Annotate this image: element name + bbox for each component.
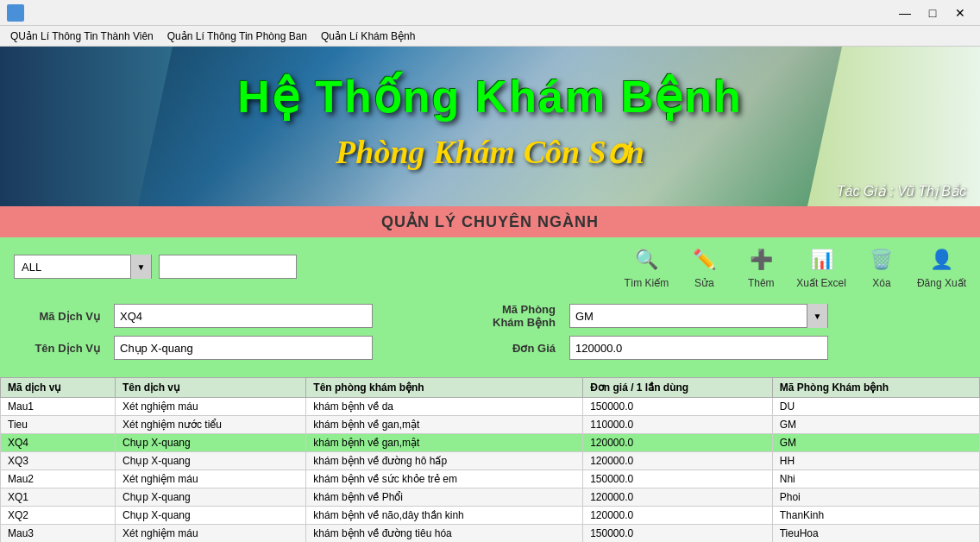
cell-ma: XQ1 bbox=[1, 488, 116, 507]
cell-phong: khám bệnh về đường tiêu hóa bbox=[306, 525, 583, 543]
filter-combo[interactable]: ALL ▼ bbox=[14, 255, 152, 279]
export-excel-label: Xuất Excel bbox=[796, 277, 846, 289]
menu-item-thanh-vien[interactable]: QUản Lí Thông Tin Thành Viên bbox=[3, 28, 160, 44]
minimize-button[interactable]: — bbox=[892, 4, 918, 22]
cell-dongia: 120000.0 bbox=[583, 507, 773, 525]
cell-ten: Chụp X-quang bbox=[116, 434, 306, 452]
delete-button-label: Xóa bbox=[872, 277, 890, 289]
toolbar-row: ALL ▼ 🔍 Tìm Kiếm ✏️ Sửa ➕ Thêm 📊 Xuất Ex… bbox=[0, 237, 980, 296]
cell-maphong: ThanKinh bbox=[772, 507, 979, 525]
logout-button-label: Đăng Xuất bbox=[917, 277, 966, 289]
table-row[interactable]: Mau2 Xét nghiệm máu khám bệnh về sức khỏ… bbox=[1, 470, 980, 488]
don-gia-label: Đơn Giá bbox=[469, 342, 556, 355]
cell-dongia: 110000.0 bbox=[583, 416, 773, 434]
section-header: QUẢN LÝ CHUYÊN NGÀNH bbox=[0, 206, 980, 237]
cell-ten: Xét nghiệm nước tiểu bbox=[116, 416, 306, 434]
export-excel-button[interactable]: 📊 Xuất Excel bbox=[796, 244, 846, 289]
col-header-ma: Mã dịch vụ bbox=[1, 378, 116, 398]
table-header-row: Mã dịch vụ Tên dịch vụ Tên phòng khám bệ… bbox=[1, 378, 980, 398]
close-button[interactable]: ✕ bbox=[947, 4, 973, 22]
search-button-label: Tìm Kiếm bbox=[625, 277, 669, 289]
cell-ma: XQ2 bbox=[1, 507, 116, 525]
cell-ten: Xét nghiệm máu bbox=[116, 398, 306, 416]
banner-author: Tác Giả : Vũ Thị Bắc bbox=[837, 183, 966, 199]
combo-arrow-icon[interactable]: ▼ bbox=[130, 255, 151, 279]
cell-ma: XQ4 bbox=[1, 434, 116, 452]
col-header-maphong: Mã Phòng Khám bệnh bbox=[772, 378, 979, 398]
menu-item-kham-benh[interactable]: Quản Lí Khám Bệnh bbox=[314, 28, 422, 44]
banner: Hệ Thống Khám Bệnh Phòng Khám Côn Sơn Tá… bbox=[0, 47, 980, 206]
cell-maphong: GM bbox=[772, 434, 979, 452]
app-icon bbox=[7, 4, 24, 22]
select-arrow-icon[interactable]: ▼ bbox=[807, 304, 827, 328]
cell-ma: XQ3 bbox=[1, 452, 116, 470]
banner-title-1: Hệ Thống Khám Bệnh bbox=[237, 71, 743, 123]
add-button-label: Thêm bbox=[748, 277, 775, 289]
data-table: Mã dịch vụ Tên dịch vụ Tên phòng khám bệ… bbox=[0, 377, 980, 542]
menu-bar: QUản Lí Thông Tin Thành Viên Quản Lí Thô… bbox=[0, 26, 980, 47]
form-row-2: Tên Dịch Vụ Đơn Giá bbox=[14, 336, 966, 360]
table-row[interactable]: Mau3 Xét nghiệm máu khám bệnh về đường t… bbox=[1, 525, 980, 543]
cell-maphong: Phoi bbox=[772, 488, 979, 507]
table-row[interactable]: Mau1 Xét nghiệm máu khám bệnh về da 1500… bbox=[1, 398, 980, 416]
cell-dongia: 120000.0 bbox=[583, 434, 773, 452]
logout-button[interactable]: 👤 Đăng Xuất bbox=[917, 244, 966, 289]
menu-item-phong-ban[interactable]: Quản Lí Thông Tin Phòng Ban bbox=[160, 28, 314, 44]
cell-ma: Mau2 bbox=[1, 470, 116, 488]
excel-icon: 📊 bbox=[806, 244, 837, 275]
search-icon: 🔍 bbox=[631, 244, 662, 275]
cell-phong: khám bệnh về gan,mật bbox=[306, 416, 583, 434]
ten-dich-vu-label: Tên Dịch Vụ bbox=[14, 342, 100, 355]
ma-phong-kham-benh-select[interactable]: GM ▼ bbox=[569, 304, 828, 328]
cell-ten: Xét nghiệm máu bbox=[116, 525, 306, 543]
maximize-button[interactable]: □ bbox=[920, 4, 945, 22]
form-section: Mã Dịch Vụ Mã Phòng Khám Bệnh GM ▼ Tên D… bbox=[0, 296, 980, 374]
ma-dich-vu-input[interactable] bbox=[114, 304, 373, 328]
logout-icon: 👤 bbox=[926, 244, 957, 275]
cell-maphong: HH bbox=[772, 452, 979, 470]
delete-button[interactable]: 🗑️ Xóa bbox=[860, 244, 903, 289]
data-table-container: Mã dịch vụ Tên dịch vụ Tên phòng khám bệ… bbox=[0, 377, 980, 542]
table-row[interactable]: XQ2 Chụp X-quang khám bệnh về não,dây th… bbox=[1, 507, 980, 525]
delete-icon: 🗑️ bbox=[866, 244, 897, 275]
edit-icon: ✏️ bbox=[688, 244, 719, 275]
table-body: Mau1 Xét nghiệm máu khám bệnh về da 1500… bbox=[1, 398, 980, 543]
combo-value: ALL bbox=[15, 261, 130, 274]
cell-phong: khám bệnh về não,dây thần kinh bbox=[306, 507, 583, 525]
toolbar-buttons: 🔍 Tìm Kiếm ✏️ Sửa ➕ Thêm 📊 Xuất Excel 🗑️… bbox=[625, 244, 966, 289]
cell-dongia: 120000.0 bbox=[583, 488, 773, 507]
cell-maphong: DU bbox=[772, 398, 979, 416]
cell-phong: khám bệnh về da bbox=[306, 398, 583, 416]
don-gia-input[interactable] bbox=[569, 336, 828, 360]
search-button[interactable]: 🔍 Tìm Kiếm bbox=[625, 244, 669, 289]
cell-phong: khám bệnh về đường hô hấp bbox=[306, 452, 583, 470]
title-bar-controls: — □ ✕ bbox=[892, 4, 973, 22]
cell-dongia: 150000.0 bbox=[583, 398, 773, 416]
ten-dich-vu-input[interactable] bbox=[114, 336, 373, 360]
title-bar: — □ ✕ bbox=[0, 0, 980, 26]
cell-ten: Chụp X-quang bbox=[116, 452, 306, 470]
table-row[interactable]: Tieu Xét nghiệm nước tiểu khám bệnh về g… bbox=[1, 416, 980, 434]
ma-phong-kham-benh-value: GM bbox=[570, 310, 807, 323]
ma-dich-vu-label: Mã Dịch Vụ bbox=[14, 310, 100, 323]
form-row-1: Mã Dịch Vụ Mã Phòng Khám Bệnh GM ▼ bbox=[14, 303, 966, 329]
search-input[interactable] bbox=[159, 255, 297, 279]
table-row[interactable]: XQ1 Chụp X-quang khám bệnh về Phổi 12000… bbox=[1, 488, 980, 507]
cell-maphong: Nhi bbox=[772, 470, 979, 488]
add-button[interactable]: ➕ Thêm bbox=[739, 244, 782, 289]
table-row[interactable]: XQ3 Chụp X-quang khám bệnh về đường hô h… bbox=[1, 452, 980, 470]
section-header-text: QUẢN LÝ CHUYÊN NGÀNH bbox=[381, 212, 599, 231]
main-content: ALL ▼ 🔍 Tìm Kiếm ✏️ Sửa ➕ Thêm 📊 Xuất Ex… bbox=[0, 237, 980, 542]
edit-button[interactable]: ✏️ Sửa bbox=[682, 244, 726, 289]
table-row[interactable]: XQ4 Chụp X-quang khám bệnh về gan,mật 12… bbox=[1, 434, 980, 452]
cell-ten: Xét nghiệm máu bbox=[116, 470, 306, 488]
cell-phong: khám bệnh về sức khỏe trẻ em bbox=[306, 470, 583, 488]
cell-ten: Chụp X-quang bbox=[116, 488, 306, 507]
col-header-phong: Tên phòng khám bệnh bbox=[306, 378, 583, 398]
banner-title-2: Phòng Khám Côn Sơn bbox=[336, 133, 644, 171]
add-icon: ➕ bbox=[745, 244, 776, 275]
col-header-dongia: Đơn giá / 1 lần dùng bbox=[583, 378, 773, 398]
cell-maphong: TieuHoa bbox=[772, 525, 979, 543]
cell-ma: Mau3 bbox=[1, 525, 116, 543]
cell-dongia: 150000.0 bbox=[583, 525, 773, 543]
